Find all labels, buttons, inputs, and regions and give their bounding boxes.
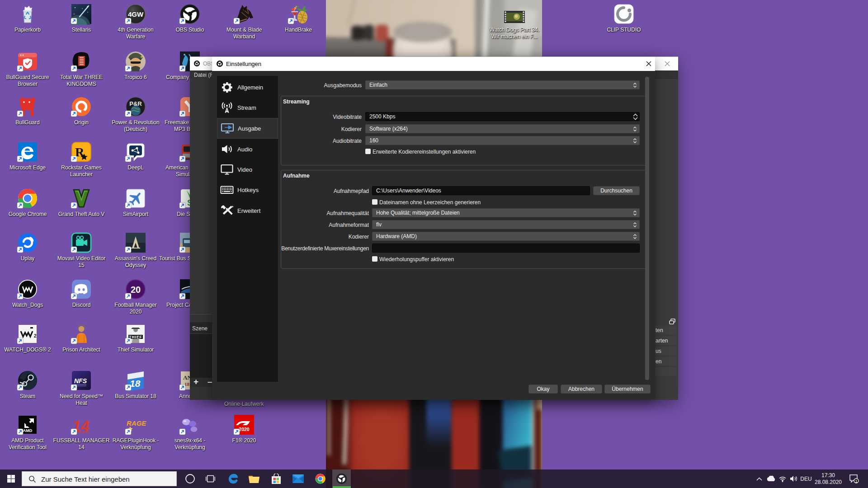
svg-text:P&R: P&R	[129, 100, 142, 107]
svg-text:18: 18	[130, 378, 141, 389]
svg-text:2020: 2020	[239, 427, 250, 432]
svg-text:AMD: AMD	[23, 428, 33, 433]
svg-text:1: 1	[855, 479, 857, 483]
svg-text:4GW: 4GW	[128, 10, 144, 18]
svg-text:2: 2	[34, 333, 37, 338]
svg-text:RAGE: RAGE	[127, 419, 146, 427]
svg-text:20: 20	[131, 285, 141, 295]
svg-text:NFS: NFS	[74, 377, 87, 385]
